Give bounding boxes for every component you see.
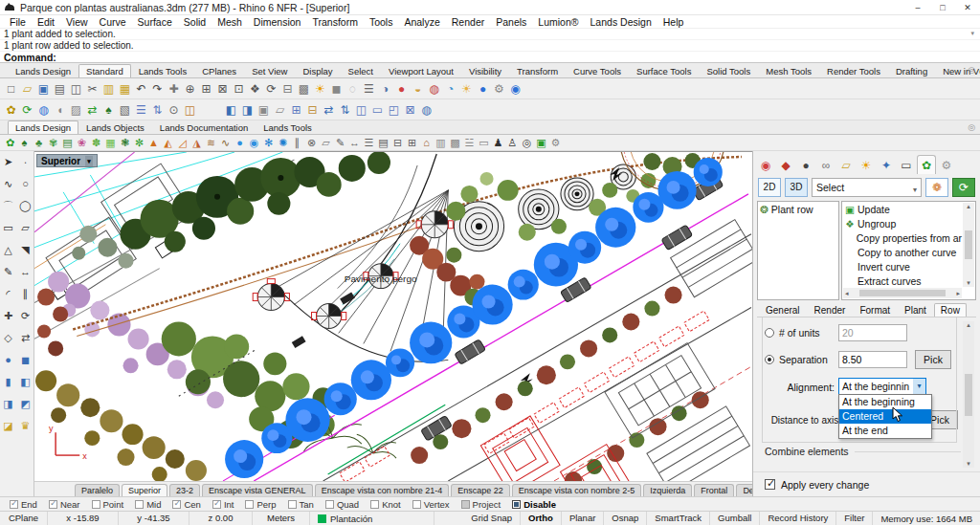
toolbar-button-print[interactable]: ▤ (52, 80, 68, 98)
menu-item-panels[interactable]: Panels (490, 16, 532, 28)
view-button-export-view[interactable]: ◨ (239, 101, 256, 119)
action-item-update[interactable]: ▣Update (845, 203, 962, 217)
toolbar-tab-render-tools[interactable]: Render Tools (819, 64, 888, 77)
toolbar-button-open-file[interactable]: ▱ (19, 80, 35, 98)
menu-item-curve[interactable]: Curve (94, 16, 132, 28)
lands-tab-lands-objects[interactable]: Lands Objects (78, 120, 152, 134)
viewport-canvas[interactable]: Pavimento pergo y x (34, 152, 752, 481)
toolbar-button-cut[interactable]: ✂ (84, 80, 100, 98)
select-dropdown[interactable]: Select ▾ (812, 178, 922, 197)
toolbar-button-pan-view[interactable]: ❖ (247, 80, 263, 98)
lands-design-button-tree[interactable]: ♠ (17, 136, 32, 150)
viewport-tab-paralelo[interactable]: Paralelo (75, 484, 120, 496)
toolbar-button-options[interactable]: ⚙ (491, 80, 507, 98)
lands-design-button-section[interactable]: ⊟ (390, 136, 405, 150)
toolbar-button-lights[interactable]: ☀ (312, 80, 328, 98)
toolbar-button-move[interactable]: ✚ (166, 80, 182, 98)
lands-design-button-contour[interactable]: ≋ (204, 136, 218, 150)
osnap-quad[interactable]: Quad (325, 499, 359, 510)
toolbar-tab-standard[interactable]: Standard (78, 64, 131, 77)
lands-button-lands-image[interactable]: ▨ (68, 101, 84, 119)
side-tool-rectangle[interactable]: ▭ (1, 220, 16, 235)
menu-item-lumion[interactable]: Lumion® (532, 16, 584, 28)
property-tab-render[interactable]: Render (808, 303, 853, 317)
menu-item-view[interactable]: View (60, 16, 94, 28)
units-radio[interactable] (765, 328, 774, 338)
lands-button-target-point[interactable]: ⊙ (166, 101, 182, 119)
status-pane-ortho[interactable]: Ortho (521, 512, 562, 525)
menu-item-analyze[interactable]: Analyze (398, 16, 445, 28)
status-pane-filter[interactable]: Filter (836, 512, 873, 525)
osnap-checkbox[interactable] (245, 500, 254, 509)
toolbar-tab-solid-tools[interactable]: Solid Tools (699, 64, 758, 77)
view-button-save-view[interactable]: ▣ (256, 101, 272, 119)
menu-item-mesh[interactable]: Mesh (212, 16, 248, 28)
property-tab-row[interactable]: Row (934, 303, 967, 317)
toolbar-tab-transform[interactable]: Transform (509, 64, 566, 77)
toolbar-button-render[interactable]: ● (393, 80, 410, 98)
view-button-maximize-view[interactable]: ◰ (386, 101, 402, 119)
side-tool-select-arrow[interactable]: ➤ (1, 154, 16, 169)
view-button-tile-vertical[interactable]: ▭ (369, 101, 386, 119)
osnap-near[interactable]: Near (49, 499, 80, 510)
lands-design-button-terrain[interactable]: ▲ (146, 136, 161, 150)
lands-design-button-plant-list[interactable]: ☰ (362, 136, 376, 150)
toolbar-tab-display[interactable]: Display (295, 64, 340, 77)
menu-item-lands-design[interactable]: Lands Design (585, 16, 657, 28)
lands-design-button-wall[interactable]: ▩ (448, 136, 462, 150)
side-tool-box[interactable]: ◼ (18, 352, 33, 367)
toolbar-button-hide[interactable]: ◌ (345, 80, 361, 98)
minimize-button[interactable]: – (905, 0, 930, 15)
toolbar-button-save[interactable]: ▣ (35, 80, 52, 98)
panel-tab-panel-gear[interactable]: ⚙ (937, 155, 956, 174)
lands-design-button-terrain-path[interactable]: ∿ (218, 136, 233, 150)
command-history-expand-icon[interactable]: ▾ (970, 30, 974, 37)
view-button-tile-horizontal[interactable]: ◫ (353, 101, 369, 119)
toolbar-button-earth[interactable]: ● (475, 80, 491, 98)
toolbar-button-redo[interactable]: ↷ (149, 80, 166, 98)
osnap-checkbox[interactable] (172, 500, 181, 509)
toolbar-button-zoom-dynamic[interactable]: ⊕ (182, 80, 198, 98)
toolbar-button-material[interactable]: ◍ (426, 80, 442, 98)
toolbar-tab-mesh-tools[interactable]: Mesh Tools (758, 64, 819, 77)
lands-design-button-zone[interactable]: ▱ (319, 136, 333, 150)
view-button-sync-views[interactable]: ⇅ (337, 101, 353, 119)
side-tool-curve[interactable]: ∿ (1, 176, 16, 191)
osnap-point[interactable]: Point (92, 499, 124, 510)
menu-item-solid[interactable]: Solid (178, 16, 212, 28)
panel-tab-sun-panel[interactable]: ☀ (857, 155, 876, 174)
property-tab-format[interactable]: Format (853, 303, 897, 317)
viewport-tab-enscape-vista-con-nombre-21-4[interactable]: Enscape vista con nombre 21-4 (315, 484, 450, 496)
toolbar-button-export[interactable]: ◫ (68, 80, 84, 98)
side-tool-offset[interactable]: ∥ (18, 286, 33, 301)
lands-design-button-pond[interactable]: ◉ (247, 136, 261, 150)
status-cell-meters[interactable]: Meters (253, 512, 310, 525)
action-item-extract-curves[interactable]: Extract curves (845, 274, 962, 289)
toolbar-button-undo[interactable]: ↶ (133, 80, 149, 98)
side-tool-corner[interactable]: ◥ (18, 242, 33, 257)
status-cell-y-41-35[interactable]: y -41.35 (119, 512, 189, 525)
lands-button-lands-update[interactable]: ⟳ (19, 101, 35, 119)
lands-design-button-cut-fill[interactable]: ◮ (189, 136, 204, 150)
toolbar-button-new-file[interactable]: □ (3, 80, 19, 98)
lands-design-button-mountain[interactable]: ◭ (161, 136, 175, 150)
toolbar-tab-select[interactable]: Select (341, 64, 381, 77)
view-2d-button[interactable]: 2D (758, 178, 781, 197)
form-scrollbar[interactable]: ▴▾ (963, 321, 974, 468)
side-tool-extend[interactable]: ↔ (18, 264, 33, 279)
osnap-checkbox[interactable] (49, 500, 57, 509)
side-tool-loft[interactable]: ◨ (1, 396, 16, 411)
toolbar-button-lock[interactable]: ◼ (328, 80, 345, 98)
osnap-checkbox[interactable] (461, 500, 470, 509)
separation-input[interactable] (838, 351, 907, 368)
horizontal-scrollbar[interactable]: ◂▸ (843, 288, 962, 298)
viewport-tab-superior[interactable]: Superior (122, 484, 167, 496)
side-tool-ellipse[interactable]: ◯ (18, 198, 33, 213)
lands-design-button-dimension[interactable]: ↔ (347, 136, 362, 150)
osnap-checkbox[interactable] (212, 500, 221, 509)
side-tool-fillet[interactable]: ◜ (1, 286, 16, 301)
osnap-int[interactable]: Int (212, 499, 234, 510)
toolbar-tab-visibility[interactable]: Visibility (461, 64, 509, 77)
action-item-ungroup[interactable]: ❖Ungroup (845, 217, 962, 231)
view-button-open-view[interactable]: ▱ (272, 101, 288, 119)
